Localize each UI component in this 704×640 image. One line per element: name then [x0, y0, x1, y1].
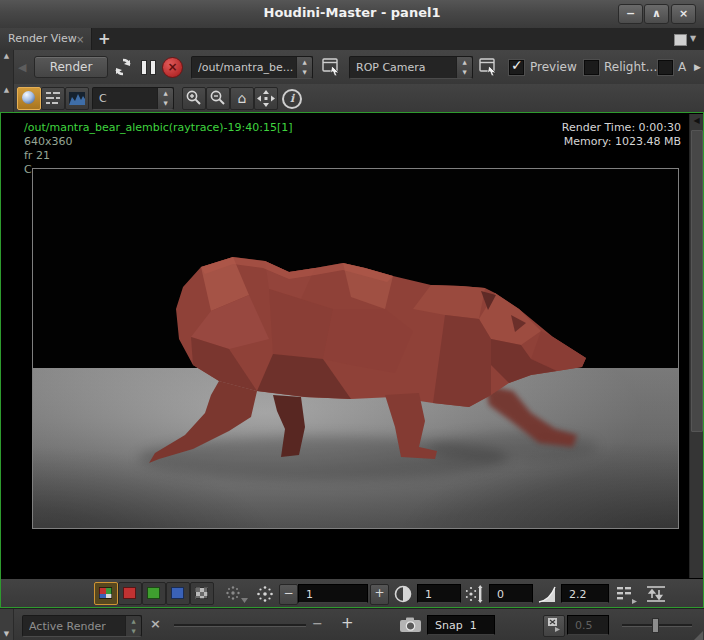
home-view-button[interactable]: ⌂ — [230, 87, 254, 110]
render-time: Render Time: 0:00:30 — [562, 121, 681, 134]
spin-up-icon: ▲ — [158, 88, 173, 98]
auto-adapt-icon[interactable] — [644, 584, 668, 604]
bear-render — [33, 169, 678, 528]
clear-icon: × — [150, 616, 161, 631]
snapshot-camera-icon[interactable] — [399, 616, 423, 634]
spin-up-icon: ▲ — [297, 57, 312, 67]
spin-down-icon: ▼ — [126, 626, 141, 636]
resize-grip[interactable] — [694, 631, 703, 640]
snapshot-options-button[interactable] — [543, 615, 565, 637]
render-mode-value: Active Render — [29, 620, 106, 633]
relight-checkbox[interactable] — [584, 60, 599, 75]
channel-alpha-button[interactable] — [190, 582, 214, 605]
plane-value: C — [99, 92, 107, 105]
exposure-decrease-button[interactable]: − — [279, 584, 298, 605]
pane-menu-icon[interactable]: ▼ — [690, 32, 696, 46]
maximize-button[interactable]: ∧ — [644, 4, 669, 24]
rendered-image — [32, 168, 679, 529]
tab-render-view[interactable]: Render View × — [0, 28, 92, 50]
zoom-in-button[interactable] — [182, 87, 206, 110]
re-render-icon[interactable] — [113, 57, 133, 77]
stop-render-button[interactable]: × — [162, 57, 183, 78]
progress-slider-track[interactable] — [174, 624, 306, 627]
channel-all-button[interactable] — [94, 582, 118, 605]
info-button[interactable]: i — [282, 89, 302, 109]
toolbar-overflow-icon[interactable]: ▶ — [694, 62, 701, 72]
pause-render-button[interactable] — [141, 60, 156, 79]
adaptation-icon[interactable] — [255, 584, 275, 604]
toolbar2-collapse-strip[interactable]: ▲ — [0, 84, 14, 112]
render-button[interactable]: Render — [34, 56, 108, 78]
plane-spinner[interactable]: ▲▼ — [157, 88, 173, 109]
zoom-out-button[interactable] — [206, 87, 230, 110]
minimize-button[interactable]: − — [618, 4, 643, 24]
new-tab-button[interactable]: + — [98, 28, 111, 50]
snapshot-options-icon — [545, 616, 563, 634]
preview-adaptation-icon[interactable] — [223, 584, 249, 604]
render-toolbar: ▲ ◀ Render × /out/mantra_be... ▲▼ ROP Ca… — [0, 50, 704, 85]
zoom-out-icon — [207, 88, 229, 109]
brightness-value: 0 — [497, 588, 504, 601]
render-label: /out/mantra_bear_alembic(raytrace)-19:40… — [24, 121, 293, 134]
snapshot-field[interactable]: Snap 1 — [427, 615, 495, 635]
snap-value: 1 — [470, 619, 477, 632]
plus-icon: + — [374, 586, 384, 600]
rgba-icon — [99, 587, 112, 599]
blend-fraction-field[interactable]: 0.5 — [567, 615, 609, 635]
blend-slider-handle[interactable] — [652, 618, 659, 633]
camera-spinner[interactable]: ▲▼ — [456, 57, 472, 78]
contrast-field[interactable]: 1 — [417, 584, 461, 603]
scroll-down-strip[interactable]: ▼ — [0, 609, 14, 640]
channel-blue-button[interactable] — [166, 582, 190, 605]
zoom-decrease-button[interactable]: − — [312, 616, 323, 631]
viewport-scrollbar[interactable]: ◀ — [689, 114, 703, 578]
plane-dropdown[interactable]: C ▲▼ — [92, 87, 174, 110]
render-resolution: 640x360 — [24, 135, 73, 148]
choose-rop-icon[interactable] — [322, 58, 342, 76]
zoom-increase-button[interactable]: + — [341, 614, 354, 632]
render-viewport[interactable]: /out/mantra_bear_alembic(raytrace)-19:40… — [0, 112, 704, 608]
view-image-toggle[interactable] — [17, 87, 41, 110]
channel-green-button[interactable] — [142, 582, 166, 605]
collapse-up-icon: ▲ — [4, 52, 9, 60]
exposure-increase-button[interactable]: + — [370, 584, 389, 605]
preview-label: Preview — [530, 60, 577, 74]
tab-bar: Render View × + ▼ — [0, 28, 704, 51]
contrast-icon[interactable] — [393, 584, 414, 604]
brightness-field[interactable]: 0 — [489, 584, 533, 603]
spin-down-icon: ▼ — [297, 67, 312, 77]
camera-dropdown[interactable]: ROP Camera ▲▼ — [349, 56, 473, 79]
clear-button[interactable]: × — [150, 616, 161, 631]
scrollbar-collapse-icon[interactable]: ◀ — [690, 116, 703, 125]
channel-red-button[interactable] — [118, 582, 142, 605]
render-frame: fr 21 — [24, 149, 50, 162]
rop-path-dropdown[interactable]: /out/mantra_be... ▲▼ — [191, 56, 313, 79]
render-mode-spinner[interactable]: ▲▼ — [125, 616, 141, 636]
scroll-left-icon: ◀ — [18, 61, 26, 74]
window-title: Houdini-Master - panel1 — [0, 5, 704, 20]
relight-label: Relight... — [604, 60, 657, 74]
fit-view-button[interactable] — [254, 87, 278, 110]
rop-path-spinner[interactable]: ▲▼ — [296, 57, 312, 78]
pane-maximize-icon[interactable] — [674, 34, 687, 46]
scrollbar-thumb[interactable] — [691, 130, 703, 432]
brightness-icon[interactable] — [465, 584, 486, 604]
view-histogram-toggle[interactable] — [65, 87, 89, 110]
overflow-checkbox[interactable] — [658, 60, 673, 75]
spin-down-icon: ▼ — [457, 67, 472, 77]
gamma-icon[interactable] — [537, 584, 558, 604]
preview-checkbox[interactable]: ✓ — [509, 60, 524, 75]
correction-options-icon[interactable] — [615, 584, 639, 604]
close-button[interactable]: × — [671, 4, 696, 24]
spin-up-icon: ▲ — [457, 57, 472, 67]
plus-icon: + — [341, 614, 354, 632]
choose-camera-icon[interactable] — [479, 58, 499, 76]
view-planes-toggle[interactable] — [41, 87, 65, 110]
tab-close-icon[interactable]: × — [76, 29, 84, 51]
render-mode-dropdown[interactable]: Active Render ▲▼ — [22, 615, 142, 637]
alpha-channel-icon — [195, 587, 208, 599]
gamma-field[interactable]: 2.2 — [561, 584, 609, 603]
exposure-field[interactable]: 1 — [298, 584, 368, 603]
toolbar-collapse-strip[interactable]: ▲ — [0, 50, 14, 84]
spin-up-icon: ▲ — [126, 616, 141, 626]
